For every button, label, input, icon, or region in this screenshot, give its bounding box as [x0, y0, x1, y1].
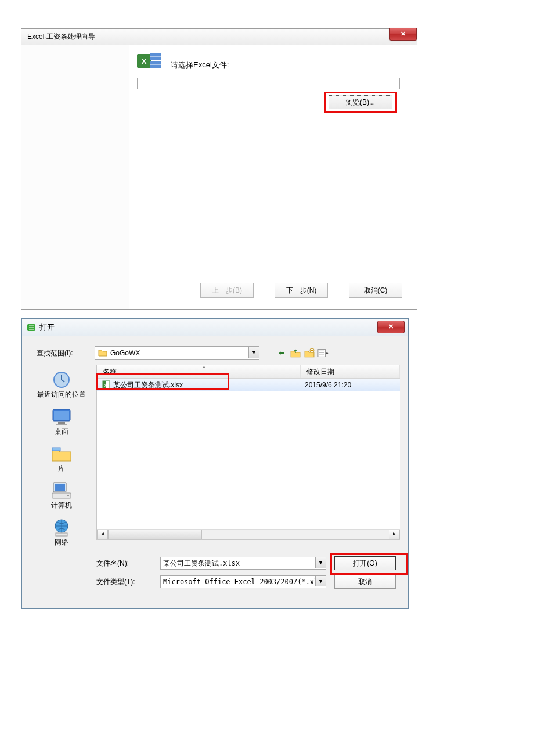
app-icon	[27, 323, 36, 332]
browse-button[interactable]: 浏览(B)...	[329, 95, 392, 109]
place-recent[interactable]: 最近访问的位置	[35, 370, 88, 399]
file-list[interactable]: 名称 ▲ 修改日期 X 某公司工资条测试.xlsx 2015/9/6 21:20	[96, 365, 400, 540]
prev-button: 上一步(B)	[200, 283, 254, 298]
filetype-label: 文件类型(T):	[96, 577, 160, 587]
desktop-icon	[50, 407, 73, 427]
svg-rect-8	[318, 350, 326, 357]
network-icon	[50, 518, 73, 538]
open-title: 打开	[39, 322, 55, 333]
open-button[interactable]: 打开(O)	[334, 556, 396, 570]
cancel-button[interactable]: 取消	[334, 575, 396, 589]
folder-icon	[98, 348, 107, 358]
file-list-rows: X 某公司工资条测试.xlsx 2015/9/6 21:20	[97, 379, 400, 391]
wizard-right-pane: X 请选择Excel文件: 浏览(B)... 上一步(B) 下一步(N) 取消(…	[129, 45, 417, 309]
column-date[interactable]: 修改日期	[301, 365, 400, 378]
scroll-left-icon[interactable]: ◄	[97, 530, 108, 539]
svg-text:X: X	[104, 383, 107, 388]
lookin-row: 查找范围(I): GoGoWX ▼ ⬅	[37, 346, 399, 360]
new-folder-icon[interactable]	[304, 347, 315, 359]
svg-rect-11	[54, 411, 69, 420]
place-desktop[interactable]: 桌面	[35, 407, 88, 436]
close-icon[interactable]: ✕	[389, 28, 417, 41]
wizard-title: Excel-工资条处理向导	[21, 32, 95, 42]
svg-rect-12	[58, 422, 65, 424]
file-row[interactable]: X 某公司工资条测试.xlsx 2015/9/6 21:20	[97, 379, 400, 391]
filetype-select[interactable]: Microsoft Office Excel 2003/2007(*.xl ▼	[160, 575, 326, 588]
wizard-dialog: Excel-工资条处理向导 ✕ X 请选择Excel文件: 浏览(B)...	[21, 28, 417, 310]
svg-rect-16	[55, 484, 65, 491]
open-titlebar[interactable]: 打开 ✕	[22, 319, 408, 336]
file-list-header[interactable]: 名称 ▲ 修改日期	[97, 365, 400, 379]
toolbar-icons: ⬅	[276, 347, 329, 359]
filename-label: 文件名(N):	[96, 559, 160, 568]
wizard-titlebar[interactable]: Excel-工资条处理向导 ✕	[21, 29, 417, 45]
bottom-fields: 文件名(N): 某公司工资条测试.xlsx ▼ 打开(O) 文件类型(T): M…	[96, 556, 400, 593]
back-icon[interactable]: ⬅	[276, 347, 287, 359]
recent-icon	[50, 370, 73, 390]
svg-rect-13	[56, 424, 67, 425]
excel-file-icon: X	[102, 380, 111, 390]
svg-rect-18	[67, 495, 69, 496]
excel-app-icon: X	[137, 53, 163, 70]
prompt-label: 请选择Excel文件:	[171, 60, 229, 70]
cancel-button[interactable]: 取消(C)	[349, 283, 402, 298]
svg-rect-14	[52, 448, 60, 451]
column-name[interactable]: 名称 ▲	[97, 365, 301, 378]
wizard-left-pane	[21, 45, 129, 309]
sort-asc-icon: ▲	[202, 365, 206, 369]
wizard-button-row: 上一步(B) 下一步(N) 取消(C)	[129, 283, 417, 298]
scroll-right-icon[interactable]: ►	[389, 530, 400, 539]
computer-icon	[50, 481, 73, 501]
up-one-level-icon[interactable]	[290, 347, 301, 359]
lookin-label: 查找范围(I):	[37, 348, 95, 358]
chevron-down-icon[interactable]: ▼	[248, 347, 259, 358]
file-date: 2015/9/6 21:20	[300, 381, 351, 389]
places-bar: 最近访问的位置 桌面 库 计算机	[33, 368, 91, 602]
file-path-input[interactable]	[137, 78, 400, 89]
place-libraries[interactable]: 库	[35, 444, 88, 473]
place-computer[interactable]: 计算机	[35, 481, 88, 510]
wizard-body: X 请选择Excel文件: 浏览(B)... 上一步(B) 下一步(N) 取消(…	[21, 45, 417, 309]
lookin-value: GoGoWX	[110, 349, 140, 357]
svg-rect-20	[56, 533, 67, 536]
chevron-down-icon[interactable]: ▼	[315, 576, 326, 586]
horizontal-scrollbar[interactable]: ◄ ►	[97, 529, 400, 539]
scroll-thumb[interactable]	[108, 530, 202, 539]
close-icon[interactable]: ✕	[377, 321, 405, 333]
file-name: 某公司工资条测试.xlsx	[113, 380, 183, 390]
filename-input[interactable]: 某公司工资条测试.xlsx ▼	[160, 557, 326, 570]
svg-text:X: X	[142, 57, 147, 66]
lookin-select[interactable]: GoGoWX ▼	[95, 346, 259, 360]
next-button[interactable]: 下一步(N)	[275, 283, 328, 298]
libraries-icon	[50, 444, 73, 464]
place-network[interactable]: 网络	[35, 518, 88, 547]
open-body: 查找范围(I): GoGoWX ▼ ⬅	[22, 336, 408, 607]
open-dialog: 打开 ✕ 查找范围(I): GoGoWX ▼ ⬅	[21, 318, 409, 609]
chevron-down-icon[interactable]: ▼	[315, 557, 326, 568]
view-menu-icon[interactable]	[317, 347, 329, 359]
